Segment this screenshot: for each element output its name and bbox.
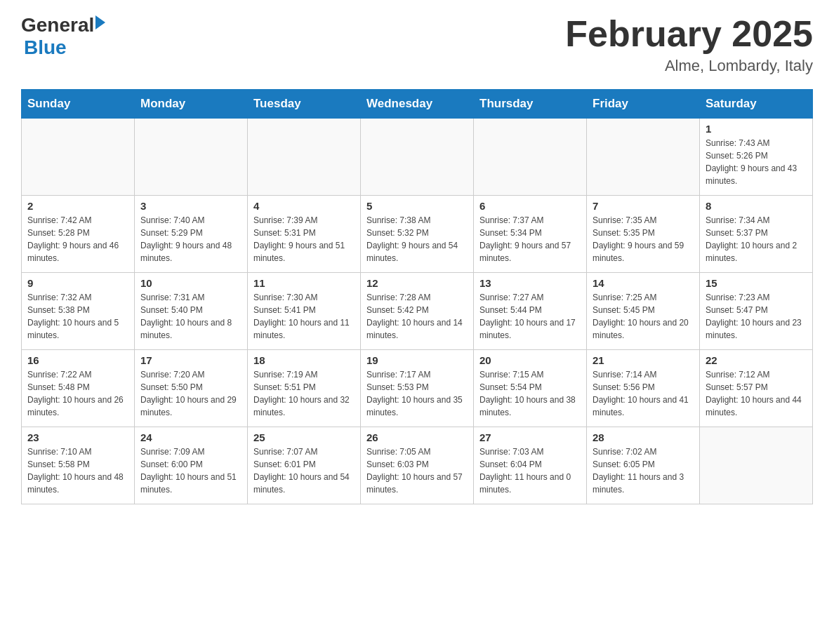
- day-info: Sunrise: 7:30 AM Sunset: 5:41 PM Dayligh…: [253, 291, 355, 342]
- day-info: Sunrise: 7:20 AM Sunset: 5:50 PM Dayligh…: [140, 368, 241, 419]
- calendar-day-cell: 3Sunrise: 7:40 AM Sunset: 5:29 PM Daylig…: [135, 196, 248, 273]
- title-area: February 2025 Alme, Lombardy, Italy: [565, 14, 813, 75]
- day-info: Sunrise: 7:14 AM Sunset: 5:56 PM Dayligh…: [593, 368, 694, 419]
- calendar-day-cell: 14Sunrise: 7:25 AM Sunset: 5:45 PM Dayli…: [587, 273, 700, 350]
- day-number: 12: [366, 277, 468, 289]
- day-number: 19: [366, 354, 468, 366]
- calendar-day-cell: [22, 119, 135, 196]
- day-info: Sunrise: 7:32 AM Sunset: 5:38 PM Dayligh…: [27, 291, 128, 342]
- day-number: 1: [706, 123, 807, 135]
- calendar-day-cell: 11Sunrise: 7:30 AM Sunset: 5:41 PM Dayli…: [248, 273, 361, 350]
- day-info: Sunrise: 7:39 AM Sunset: 5:31 PM Dayligh…: [253, 214, 355, 264]
- day-number: 28: [593, 431, 694, 443]
- calendar-day-cell: 17Sunrise: 7:20 AM Sunset: 5:50 PM Dayli…: [135, 350, 248, 427]
- calendar-table: SundayMondayTuesdayWednesdayThursdayFrid…: [21, 89, 813, 504]
- day-info: Sunrise: 7:05 AM Sunset: 6:03 PM Dayligh…: [366, 445, 468, 496]
- day-number: 23: [27, 431, 128, 443]
- day-number: 5: [366, 200, 468, 212]
- calendar-day-cell: 26Sunrise: 7:05 AM Sunset: 6:03 PM Dayli…: [361, 427, 474, 504]
- day-info: Sunrise: 7:10 AM Sunset: 5:58 PM Dayligh…: [27, 445, 128, 496]
- calendar-day-cell: 18Sunrise: 7:19 AM Sunset: 5:51 PM Dayli…: [248, 350, 361, 427]
- calendar-day-cell: 8Sunrise: 7:34 AM Sunset: 5:37 PM Daylig…: [700, 196, 813, 273]
- day-number: 16: [27, 354, 128, 366]
- day-info: Sunrise: 7:12 AM Sunset: 5:57 PM Dayligh…: [706, 368, 807, 419]
- calendar-day-cell: 19Sunrise: 7:17 AM Sunset: 5:53 PM Dayli…: [361, 350, 474, 427]
- day-number: 10: [140, 277, 241, 289]
- day-number: 3: [140, 200, 241, 212]
- day-info: Sunrise: 7:34 AM Sunset: 5:37 PM Dayligh…: [706, 214, 807, 264]
- day-number: 2: [27, 200, 128, 212]
- logo-blue-text: Blue: [24, 36, 105, 59]
- calendar-day-cell: [248, 119, 361, 196]
- day-info: Sunrise: 7:19 AM Sunset: 5:51 PM Dayligh…: [253, 368, 355, 419]
- day-number: 25: [253, 431, 355, 443]
- day-info: Sunrise: 7:27 AM Sunset: 5:44 PM Dayligh…: [479, 291, 581, 342]
- day-of-week-header: Saturday: [700, 90, 813, 119]
- logo-general-text: General: [21, 14, 94, 36]
- calendar-week-row: 16Sunrise: 7:22 AM Sunset: 5:48 PM Dayli…: [22, 350, 813, 427]
- day-info: Sunrise: 7:43 AM Sunset: 5:26 PM Dayligh…: [706, 137, 807, 187]
- day-number: 15: [706, 277, 807, 289]
- calendar-day-cell: [474, 119, 587, 196]
- day-of-week-header: Sunday: [22, 90, 135, 119]
- day-info: Sunrise: 7:02 AM Sunset: 6:05 PM Dayligh…: [593, 445, 694, 496]
- calendar-week-row: 9Sunrise: 7:32 AM Sunset: 5:38 PM Daylig…: [22, 273, 813, 350]
- day-number: 24: [140, 431, 241, 443]
- day-number: 27: [479, 431, 581, 443]
- calendar-day-cell: 4Sunrise: 7:39 AM Sunset: 5:31 PM Daylig…: [248, 196, 361, 273]
- calendar-day-cell: 15Sunrise: 7:23 AM Sunset: 5:47 PM Dayli…: [700, 273, 813, 350]
- day-number: 13: [479, 277, 581, 289]
- calendar-day-cell: 10Sunrise: 7:31 AM Sunset: 5:40 PM Dayli…: [135, 273, 248, 350]
- calendar-day-cell: 21Sunrise: 7:14 AM Sunset: 5:56 PM Dayli…: [587, 350, 700, 427]
- day-info: Sunrise: 7:09 AM Sunset: 6:00 PM Dayligh…: [140, 445, 241, 496]
- location-title: Alme, Lombardy, Italy: [565, 57, 813, 75]
- calendar-day-cell: 22Sunrise: 7:12 AM Sunset: 5:57 PM Dayli…: [700, 350, 813, 427]
- day-number: 4: [253, 200, 355, 212]
- day-number: 8: [706, 200, 807, 212]
- calendar-day-cell: 16Sunrise: 7:22 AM Sunset: 5:48 PM Dayli…: [22, 350, 135, 427]
- calendar-header-row: SundayMondayTuesdayWednesdayThursdayFrid…: [22, 90, 813, 119]
- day-number: 14: [593, 277, 694, 289]
- calendar-day-cell: 12Sunrise: 7:28 AM Sunset: 5:42 PM Dayli…: [361, 273, 474, 350]
- calendar-day-cell: 5Sunrise: 7:38 AM Sunset: 5:32 PM Daylig…: [361, 196, 474, 273]
- calendar-day-cell: 13Sunrise: 7:27 AM Sunset: 5:44 PM Dayli…: [474, 273, 587, 350]
- day-number: 6: [479, 200, 581, 212]
- month-title: February 2025: [565, 14, 813, 54]
- calendar-day-cell: [361, 119, 474, 196]
- day-info: Sunrise: 7:38 AM Sunset: 5:32 PM Dayligh…: [366, 214, 468, 264]
- logo-arrow-icon: [95, 15, 105, 29]
- day-number: 17: [140, 354, 241, 366]
- day-info: Sunrise: 7:03 AM Sunset: 6:04 PM Dayligh…: [479, 445, 581, 496]
- calendar-day-cell: 7Sunrise: 7:35 AM Sunset: 5:35 PM Daylig…: [587, 196, 700, 273]
- calendar-day-cell: 28Sunrise: 7:02 AM Sunset: 6:05 PM Dayli…: [587, 427, 700, 504]
- day-info: Sunrise: 7:17 AM Sunset: 5:53 PM Dayligh…: [366, 368, 468, 419]
- day-info: Sunrise: 7:28 AM Sunset: 5:42 PM Dayligh…: [366, 291, 468, 342]
- day-number: 22: [706, 354, 807, 366]
- calendar-day-cell: 27Sunrise: 7:03 AM Sunset: 6:04 PM Dayli…: [474, 427, 587, 504]
- calendar-day-cell: 1Sunrise: 7:43 AM Sunset: 5:26 PM Daylig…: [700, 119, 813, 196]
- calendar-week-row: 1Sunrise: 7:43 AM Sunset: 5:26 PM Daylig…: [22, 119, 813, 196]
- header: General Blue February 2025 Alme, Lombard…: [21, 14, 813, 75]
- day-number: 9: [27, 277, 128, 289]
- day-number: 20: [479, 354, 581, 366]
- calendar-day-cell: 25Sunrise: 7:07 AM Sunset: 6:01 PM Dayli…: [248, 427, 361, 504]
- day-info: Sunrise: 7:35 AM Sunset: 5:35 PM Dayligh…: [593, 214, 694, 264]
- calendar-day-cell: 20Sunrise: 7:15 AM Sunset: 5:54 PM Dayli…: [474, 350, 587, 427]
- calendar-week-row: 23Sunrise: 7:10 AM Sunset: 5:58 PM Dayli…: [22, 427, 813, 504]
- calendar-day-cell: [700, 427, 813, 504]
- day-number: 7: [593, 200, 694, 212]
- day-number: 11: [253, 277, 355, 289]
- calendar-week-row: 2Sunrise: 7:42 AM Sunset: 5:28 PM Daylig…: [22, 196, 813, 273]
- day-info: Sunrise: 7:15 AM Sunset: 5:54 PM Dayligh…: [479, 368, 581, 419]
- day-of-week-header: Wednesday: [361, 90, 474, 119]
- logo: General Blue: [21, 14, 105, 59]
- day-info: Sunrise: 7:31 AM Sunset: 5:40 PM Dayligh…: [140, 291, 241, 342]
- day-info: Sunrise: 7:40 AM Sunset: 5:29 PM Dayligh…: [140, 214, 241, 264]
- day-of-week-header: Friday: [587, 90, 700, 119]
- day-info: Sunrise: 7:25 AM Sunset: 5:45 PM Dayligh…: [593, 291, 694, 342]
- calendar-day-cell: [587, 119, 700, 196]
- calendar-day-cell: 6Sunrise: 7:37 AM Sunset: 5:34 PM Daylig…: [474, 196, 587, 273]
- calendar-day-cell: 23Sunrise: 7:10 AM Sunset: 5:58 PM Dayli…: [22, 427, 135, 504]
- day-number: 21: [593, 354, 694, 366]
- day-info: Sunrise: 7:07 AM Sunset: 6:01 PM Dayligh…: [253, 445, 355, 496]
